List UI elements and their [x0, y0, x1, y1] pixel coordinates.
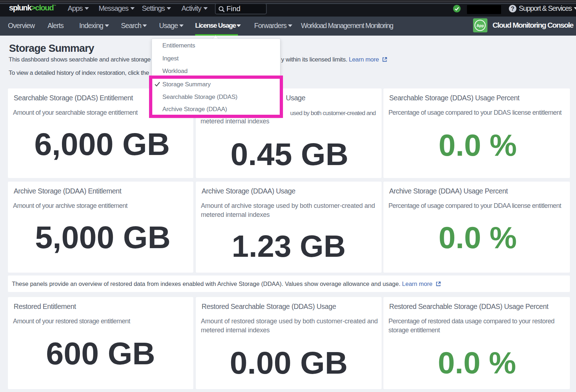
svg-text:?: ? — [511, 6, 514, 12]
